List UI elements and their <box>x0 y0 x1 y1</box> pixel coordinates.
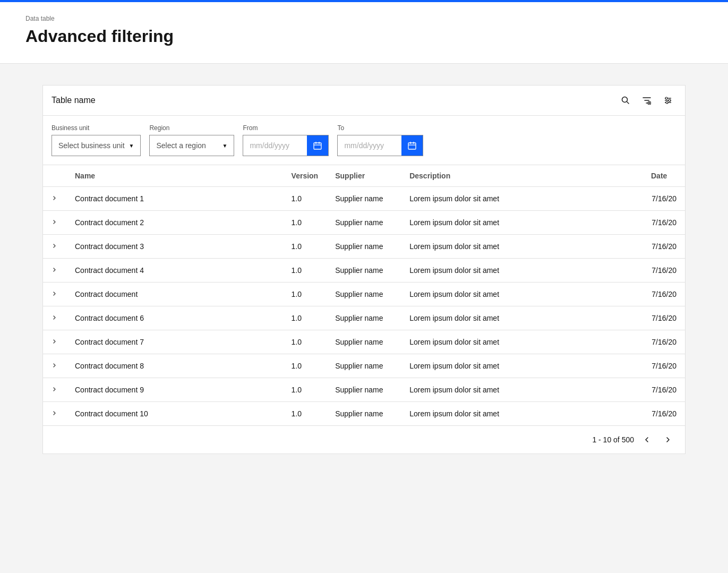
from-label: From <box>243 124 329 132</box>
row-version: 1.0 <box>283 402 327 426</box>
row-supplier: Supplier name <box>327 259 401 283</box>
row-expander[interactable] <box>43 354 66 378</box>
search-icon <box>621 96 630 105</box>
filter-add-icon <box>643 96 651 105</box>
business-unit-filter: Business unit Select business unit ▼ <box>52 124 141 156</box>
search-button[interactable] <box>617 92 634 109</box>
row-version: 1.0 <box>283 283 327 306</box>
chevron-down-icon-region: ▼ <box>222 143 228 149</box>
table-row[interactable]: Contract document 6 1.0 Supplier name Lo… <box>43 306 685 330</box>
row-description: Lorem ipsum dolor sit amet <box>401 235 643 259</box>
svg-rect-15 <box>408 143 416 149</box>
from-calendar-button[interactable] <box>307 135 328 156</box>
chevron-right-row-icon <box>52 267 58 273</box>
business-unit-select[interactable]: Select business unit ▼ <box>52 135 141 156</box>
calendar-icon-to <box>408 141 416 150</box>
row-expander[interactable] <box>43 235 66 259</box>
row-description: Lorem ipsum dolor sit amet <box>401 378 643 402</box>
region-select[interactable]: Select a region ▼ <box>149 135 234 156</box>
th-date: Date <box>643 165 685 187</box>
svg-rect-11 <box>314 143 321 149</box>
row-expander[interactable] <box>43 187 66 211</box>
table-container: Table name <box>42 85 686 454</box>
row-supplier: Supplier name <box>327 187 401 211</box>
row-version: 1.0 <box>283 259 327 283</box>
to-calendar-button[interactable] <box>401 135 423 156</box>
row-expander[interactable] <box>43 283 66 306</box>
data-table: Name Version Supplier Description Date C… <box>43 165 685 426</box>
table-row[interactable]: Contract document 7 1.0 Supplier name Lo… <box>43 330 685 354</box>
row-supplier: Supplier name <box>327 330 401 354</box>
svg-point-10 <box>666 101 668 104</box>
svg-point-0 <box>622 97 628 102</box>
row-description: Lorem ipsum dolor sit amet <box>401 330 643 354</box>
to-label: To <box>337 124 423 132</box>
row-expander[interactable] <box>43 402 66 426</box>
table-row[interactable]: Contract document 1.0 Supplier name Lore… <box>43 283 685 306</box>
svg-line-1 <box>627 102 629 104</box>
row-date: 7/16/20 <box>643 330 685 354</box>
row-version: 1.0 <box>283 235 327 259</box>
row-name: Contract document 3 <box>66 235 283 259</box>
row-version: 1.0 <box>283 378 327 402</box>
row-supplier: Supplier name <box>327 283 401 306</box>
pagination-next-button[interactable] <box>660 432 676 447</box>
calendar-icon <box>313 141 322 150</box>
row-version: 1.0 <box>283 354 327 378</box>
row-version: 1.0 <box>283 306 327 330</box>
table-row[interactable]: Contract document 2 1.0 Supplier name Lo… <box>43 211 685 235</box>
row-description: Lorem ipsum dolor sit amet <box>401 187 643 211</box>
row-supplier: Supplier name <box>327 402 401 426</box>
filter-add-button[interactable] <box>638 92 655 109</box>
row-date: 7/16/20 <box>643 187 685 211</box>
page-title: Advanced filtering <box>25 27 703 46</box>
row-expander[interactable] <box>43 306 66 330</box>
th-expander <box>43 165 66 187</box>
row-date: 7/16/20 <box>643 211 685 235</box>
settings-button[interactable] <box>660 92 676 109</box>
row-supplier: Supplier name <box>327 235 401 259</box>
chevron-left-icon <box>643 435 651 444</box>
th-name: Name <box>66 165 283 187</box>
business-unit-label: Business unit <box>52 124 141 132</box>
row-supplier: Supplier name <box>327 354 401 378</box>
row-name: Contract document 8 <box>66 354 283 378</box>
chevron-right-row-icon <box>52 386 58 392</box>
row-expander[interactable] <box>43 259 66 283</box>
region-placeholder: Select a region <box>156 141 205 150</box>
table-name-label: Table name <box>52 96 96 105</box>
table-row[interactable]: Contract document 10 1.0 Supplier name L… <box>43 402 685 426</box>
th-description: Description <box>401 165 643 187</box>
table-row[interactable]: Contract document 1 1.0 Supplier name Lo… <box>43 187 685 211</box>
toolbar-actions <box>617 92 676 109</box>
row-date: 7/16/20 <box>643 354 685 378</box>
row-expander[interactable] <box>43 211 66 235</box>
row-expander[interactable] <box>43 378 66 402</box>
from-date-wrapper <box>243 135 329 156</box>
from-date-input[interactable] <box>243 138 307 153</box>
table-row[interactable]: Contract document 8 1.0 Supplier name Lo… <box>43 354 685 378</box>
breadcrumb: Data table <box>25 15 703 22</box>
from-date-filter: From <box>243 124 329 156</box>
row-name: Contract document 2 <box>66 211 283 235</box>
filters-row: Business unit Select business unit ▼ Reg… <box>43 116 685 165</box>
row-version: 1.0 <box>283 187 327 211</box>
row-name: Contract document 1 <box>66 187 283 211</box>
pagination-text: 1 - 10 of 500 <box>592 435 634 444</box>
chevron-right-row-icon <box>52 243 58 249</box>
row-name: Contract document 6 <box>66 306 283 330</box>
row-name: Contract document 9 <box>66 378 283 402</box>
table-row[interactable]: Contract document 4 1.0 Supplier name Lo… <box>43 259 685 283</box>
to-date-input[interactable] <box>338 138 401 153</box>
table-row[interactable]: Contract document 9 1.0 Supplier name Lo… <box>43 378 685 402</box>
table-row[interactable]: Contract document 3 1.0 Supplier name Lo… <box>43 235 685 259</box>
region-label: Region <box>149 124 234 132</box>
pagination-prev-button[interactable] <box>638 432 655 447</box>
header: Data table Advanced filtering <box>0 2 728 64</box>
to-date-wrapper <box>337 135 423 156</box>
row-expander[interactable] <box>43 330 66 354</box>
row-description: Lorem ipsum dolor sit amet <box>401 211 643 235</box>
row-date: 7/16/20 <box>643 283 685 306</box>
row-name: Contract document 7 <box>66 330 283 354</box>
pagination-row: 1 - 10 of 500 <box>43 426 685 454</box>
